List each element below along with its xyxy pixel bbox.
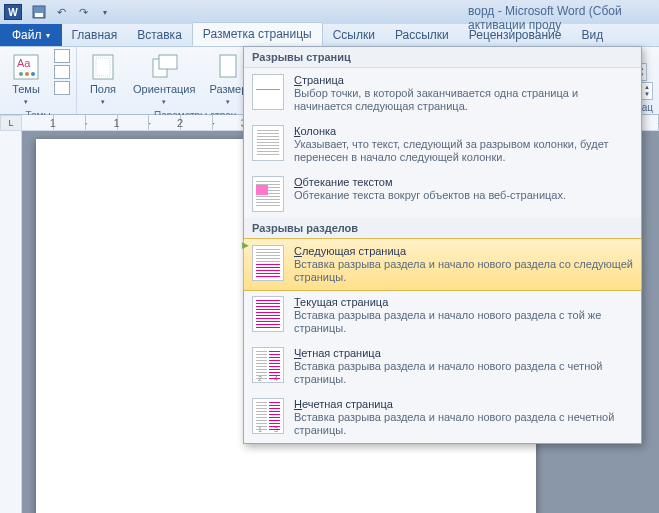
tab-mailings[interactable]: Рассылки bbox=[385, 24, 459, 46]
theme-colors-button[interactable] bbox=[54, 49, 70, 63]
break-continuous-icon bbox=[252, 296, 284, 332]
undo-icon[interactable]: ↶ bbox=[52, 3, 70, 21]
break-even-page-item[interactable]: 24 Четная страницаВставка разрыва раздел… bbox=[244, 341, 641, 392]
window-title: ворд - Microsoft Word (Сбой активации пр… bbox=[468, 4, 659, 32]
break-even-page-icon: 24 bbox=[252, 347, 284, 383]
theme-fonts-button[interactable] bbox=[54, 65, 70, 79]
app-icon: W bbox=[4, 4, 22, 20]
break-page-item[interactable]: СтраницаВыбор точки, в которой заканчива… bbox=[244, 68, 641, 119]
break-odd-page-icon: 13 bbox=[252, 398, 284, 434]
vertical-ruler[interactable] bbox=[0, 131, 22, 513]
pointer-icon: ▶ bbox=[242, 240, 249, 250]
break-continuous-item[interactable]: Текущая страницаВставка разрыва раздела … bbox=[244, 290, 641, 341]
break-column-icon bbox=[252, 125, 284, 161]
break-wrap-icon bbox=[252, 176, 284, 212]
spin-up-icon[interactable]: ▲ bbox=[641, 84, 652, 91]
tab-insert[interactable]: Вставка bbox=[127, 24, 192, 46]
tab-home[interactable]: Главная bbox=[62, 24, 128, 46]
dropdown-section-page-breaks: Разрывы страниц bbox=[244, 47, 641, 68]
themes-icon: Aa bbox=[10, 51, 42, 83]
svg-text:Aa: Aa bbox=[17, 57, 31, 69]
qat-dropdown-icon[interactable]: ▾ bbox=[96, 3, 114, 21]
themes-options bbox=[54, 49, 70, 95]
break-next-page-icon bbox=[252, 245, 284, 281]
break-next-page-item[interactable]: ▶ Следующая страницаВставка разрыва разд… bbox=[243, 238, 642, 291]
spin-down-icon[interactable]: ▼ bbox=[641, 91, 652, 98]
theme-effects-button[interactable] bbox=[54, 81, 70, 95]
save-icon[interactable] bbox=[30, 3, 48, 21]
break-odd-page-item[interactable]: 13 Нечетная страницаВставка разрыва разд… bbox=[244, 392, 641, 443]
break-wrap-item[interactable]: Обтекание текстомОбтекание текста вокруг… bbox=[244, 170, 641, 218]
titlebar: W ↶ ↷ ▾ ворд - Microsoft Word (Сбой акти… bbox=[0, 0, 659, 24]
size-icon bbox=[212, 51, 244, 83]
dropdown-section-section-breaks: Разрывы разделов bbox=[244, 218, 641, 239]
svg-point-4 bbox=[19, 72, 23, 76]
break-page-icon bbox=[252, 74, 284, 110]
ribbon-group-themes: Aa Темы▾ Темы bbox=[0, 47, 77, 114]
svg-rect-10 bbox=[159, 55, 177, 69]
svg-rect-1 bbox=[35, 13, 43, 17]
break-column-item[interactable]: КолонкаУказывает, что текст, следующий з… bbox=[244, 119, 641, 170]
redo-icon[interactable]: ↷ bbox=[74, 3, 92, 21]
tab-page-layout[interactable]: Разметка страницы bbox=[192, 22, 323, 46]
tab-references[interactable]: Ссылки bbox=[323, 24, 385, 46]
svg-rect-11 bbox=[220, 55, 236, 77]
margins-button[interactable]: Поля▾ bbox=[83, 49, 123, 109]
breaks-dropdown: Разрывы страниц СтраницаВыбор точки, в к… bbox=[243, 46, 642, 444]
ruler-corner[interactable]: L bbox=[0, 115, 22, 131]
file-tab[interactable]: Файл bbox=[0, 24, 62, 46]
svg-point-5 bbox=[25, 72, 29, 76]
margins-icon bbox=[87, 51, 119, 83]
quick-access-toolbar: ↶ ↷ ▾ bbox=[30, 3, 114, 21]
orientation-icon bbox=[148, 51, 180, 83]
svg-point-6 bbox=[31, 72, 35, 76]
themes-button[interactable]: Aa Темы▾ bbox=[6, 49, 46, 109]
orientation-button[interactable]: Ориентация▾ bbox=[129, 49, 199, 109]
